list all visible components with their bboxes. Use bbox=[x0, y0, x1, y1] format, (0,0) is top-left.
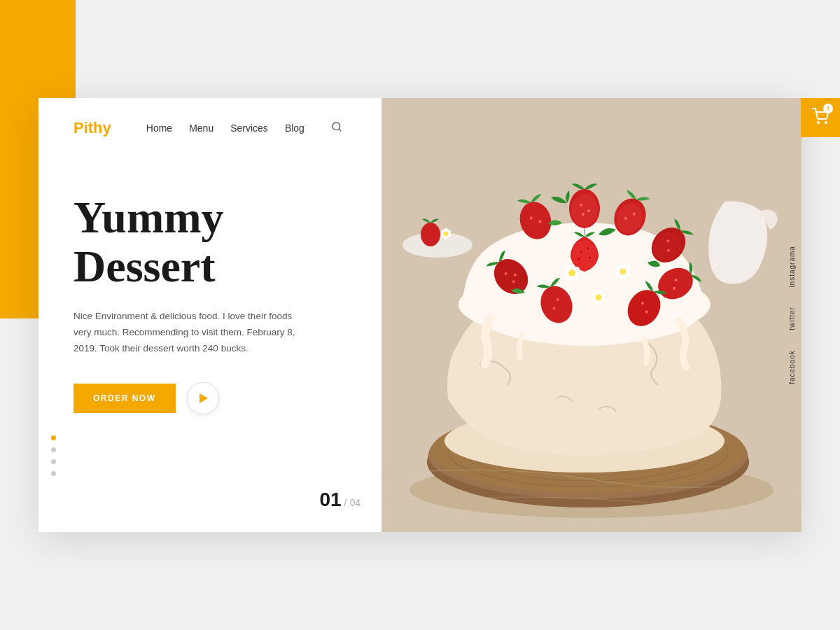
cart-icon: 1 bbox=[812, 108, 829, 128]
nav-item-blog[interactable]: Blog bbox=[285, 122, 304, 134]
social-links: instagrama twitter facebook bbox=[783, 236, 802, 394]
svg-point-15 bbox=[580, 251, 582, 253]
dot-2[interactable] bbox=[51, 447, 56, 452]
hero-text: Yummy Dessert Nice Environment & delicio… bbox=[74, 193, 346, 414]
dot-4[interactable] bbox=[51, 471, 56, 476]
svg-point-16 bbox=[587, 248, 589, 250]
social-instagram[interactable]: instagrama bbox=[783, 236, 802, 297]
social-facebook[interactable]: facebook bbox=[783, 340, 802, 394]
svg-point-20 bbox=[571, 194, 598, 226]
slide-current: 01 bbox=[319, 489, 341, 511]
svg-point-14 bbox=[572, 240, 597, 271]
svg-point-17 bbox=[589, 257, 592, 259]
logo[interactable]: Pithy bbox=[74, 119, 111, 137]
dot-3[interactable] bbox=[51, 459, 56, 464]
svg-point-62 bbox=[620, 269, 626, 275]
nav-link-blog[interactable]: Blog bbox=[285, 122, 304, 134]
svg-point-1 bbox=[825, 122, 827, 123]
order-now-button[interactable]: ORDER NOW bbox=[74, 384, 176, 413]
right-panel: instagrama twitter facebook bbox=[382, 98, 802, 532]
hero-description: Nice Environment & delicious food. I lov… bbox=[74, 309, 298, 357]
svg-point-22 bbox=[587, 209, 590, 212]
navbar: Pithy Home Menu Services Blog bbox=[74, 98, 346, 137]
social-twitter[interactable]: twitter bbox=[783, 298, 802, 341]
svg-point-21 bbox=[580, 204, 582, 206]
nav-item-home[interactable]: Home bbox=[146, 122, 172, 134]
cta-row: ORDER NOW bbox=[74, 382, 346, 414]
nav-link-menu[interactable]: Menu bbox=[189, 122, 214, 134]
nav-link-home[interactable]: Home bbox=[146, 122, 172, 134]
svg-point-69 bbox=[596, 295, 602, 301]
hero-title: Yummy Dessert bbox=[74, 193, 346, 292]
orange-accent-top bbox=[0, 0, 76, 102]
slide-counter: 01 / 04 bbox=[319, 489, 360, 511]
svg-point-49 bbox=[569, 265, 575, 270]
search-icon[interactable] bbox=[331, 121, 342, 135]
svg-point-55 bbox=[568, 270, 575, 276]
nav-item-services[interactable]: Services bbox=[230, 122, 268, 134]
left-panel: Pithy Home Menu Services Blog bbox=[38, 98, 382, 532]
cart-button[interactable]: 1 bbox=[801, 98, 840, 137]
svg-line-3 bbox=[339, 129, 341, 131]
svg-point-78 bbox=[444, 232, 449, 237]
hero-image bbox=[382, 98, 802, 532]
nav-link-services[interactable]: Services bbox=[230, 122, 268, 134]
main-card: Pithy Home Menu Services Blog bbox=[38, 98, 802, 532]
dots-navigation bbox=[51, 435, 56, 476]
svg-point-0 bbox=[818, 122, 819, 123]
svg-point-23 bbox=[582, 213, 584, 216]
svg-point-18 bbox=[578, 258, 580, 260]
dot-1[interactable] bbox=[51, 435, 56, 440]
slide-total: 04 bbox=[349, 497, 360, 508]
nav-item-menu[interactable]: Menu bbox=[189, 122, 214, 134]
play-button[interactable] bbox=[187, 382, 219, 414]
cart-badge: 1 bbox=[823, 104, 833, 113]
nav-links: Home Menu Services Blog bbox=[146, 122, 304, 134]
svg-point-71 bbox=[421, 223, 440, 246]
slide-separator: / bbox=[344, 497, 347, 508]
